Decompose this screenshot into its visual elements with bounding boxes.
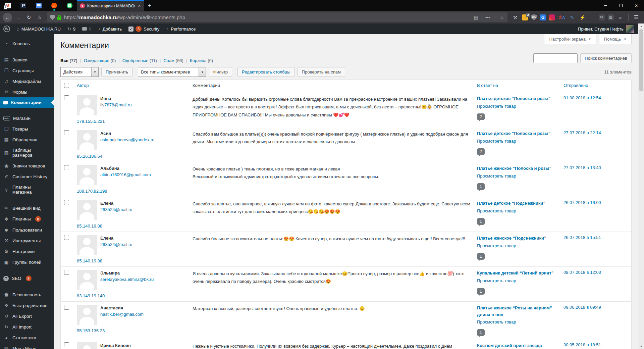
sidebar-item-all-export[interactable]: ↺All Export (0, 311, 54, 321)
column-header-submitted[interactable]: Отправлено (560, 80, 631, 92)
author-ip-link[interactable]: 85.140.19.88 (77, 258, 102, 263)
author-ip-link[interactable]: 95.153.135.23 (77, 328, 105, 333)
view-product-link[interactable]: Просмотреть товар (477, 319, 516, 325)
reload-button[interactable]: ↻ (24, 13, 34, 22)
scrollbar-thumb[interactable] (639, 29, 643, 91)
https-lock-icon[interactable] (57, 15, 61, 20)
comment-date-link[interactable]: 26.07.2018 в 15:51 (564, 235, 601, 240)
minimize-button[interactable] (598, 0, 613, 11)
row-checkbox[interactable] (64, 200, 69, 205)
author-email-link[interactable]: asia.bajchorova@yandex.ru (100, 137, 154, 142)
sidebar-item-performance[interactable]: ❖Быстродействие (0, 300, 54, 311)
admin-bar-comments[interactable]: 0 (79, 23, 95, 34)
admin-bar-new[interactable]: +Добавить (95, 23, 125, 34)
comment-date-link[interactable]: 27.07.2018 в 22:14 (564, 130, 601, 135)
tab-close-icon[interactable]: ✕ (137, 3, 142, 9)
pinned-tab-chat[interactable] (31, 0, 46, 11)
admin-bar-account[interactable]: Привет, Студия Нефть (574, 25, 638, 33)
pinned-tab-gmail[interactable]: M1 (0, 0, 15, 11)
apply-button[interactable]: Применить (101, 67, 132, 77)
page-actions-icon[interactable]: ••• (485, 15, 490, 20)
admin-bar-performance[interactable]: ◔Performance (163, 23, 199, 34)
view-product-link[interactable]: Просмотреть товар (477, 173, 516, 179)
translator-icon[interactable]: 文A (558, 14, 566, 21)
reply-count-bubble[interactable]: 1 (477, 183, 485, 190)
grammarly-icon[interactable]: G (540, 14, 546, 20)
admin-bar-security[interactable]: ✓5Security (125, 23, 163, 34)
sidebar-item-dashboard[interactable]: ◔Консоль (0, 38, 54, 49)
hamburger-menu-icon[interactable]: ☰ (631, 14, 641, 20)
screen-options-button[interactable]: Настройки экрана▼ (544, 34, 596, 44)
comment-date-link[interactable]: 08.07.2018 в 12:03 (564, 270, 601, 275)
view-product-link[interactable]: Просмотреть товар (477, 104, 516, 109)
reader-mode-icon[interactable]: ▤ (474, 15, 478, 20)
active-tab[interactable]: ♥ Комментарии ‹ MAMADOCHK ✕ (77, 0, 144, 11)
column-header-in-reply-to[interactable]: В ответ на (474, 80, 560, 92)
reply-count-bubble[interactable]: 1 (477, 218, 485, 225)
sidebar-item-posts[interactable]: ▤Записи (0, 54, 54, 65)
scrollbar[interactable]: ▲ ▼ (638, 23, 644, 349)
comment-type-select[interactable]: Все типы комментариев▼ (138, 67, 206, 77)
sidebar-item-plugins[interactable]: ❖Плагины8 (0, 213, 54, 225)
wp-logo-icon[interactable]: W (0, 23, 13, 34)
sidebar-item-seo[interactable]: YSEO5 (0, 273, 54, 284)
wrench-icon[interactable]: ⚒ (512, 14, 519, 21)
comment-date-link[interactable]: 26.07.2018 в 16:00 (564, 200, 601, 205)
comment-date-link[interactable]: 01.08.2018 в 12:54 (564, 95, 601, 100)
sidebar-item-mega-menu[interactable]: ▥Mega Menu (0, 343, 54, 349)
view-product-link[interactable]: Просмотреть товар (477, 208, 516, 213)
sidebar-item-products[interactable]: ❒Товары (0, 123, 54, 134)
site-service-icon[interactable]: ◌ (494, 15, 496, 20)
view-product-link[interactable]: Просмотреть товар (477, 278, 516, 283)
author-ip-link[interactable]: 85.140.19.88 (77, 223, 102, 229)
row-checkbox[interactable] (64, 235, 69, 240)
photos-icon[interactable]: ▨ (608, 14, 614, 20)
product-link[interactable]: Платье женское “Полоска и розы” (477, 165, 557, 172)
row-checkbox[interactable] (64, 270, 69, 275)
author-ip-link[interactable]: 178.155.5.221 (77, 119, 105, 124)
row-checkbox[interactable] (64, 165, 69, 170)
author-email-link[interactable]: serebryakova.elmira@bk.ru (100, 277, 154, 282)
comment-date-link[interactable]: 30.05.2018 в 18:51 (564, 342, 601, 347)
sidebar-item-statistics[interactable]: ◕Статистика (0, 332, 54, 343)
reply-count-bubble[interactable]: 1 (477, 329, 485, 336)
row-checkbox[interactable] (64, 305, 69, 310)
pinned-tab-trello[interactable] (15, 0, 31, 11)
filter-link-all[interactable]: Все (77) (60, 58, 77, 63)
sidebar-item-store[interactable]: wooМагазин (0, 113, 54, 123)
search-comments-button[interactable]: Поиск комментариев (580, 53, 632, 63)
author-email-link[interactable]: 293524@mail.ru (100, 207, 132, 212)
bulk-actions-select[interactable]: Действия▼ (60, 67, 99, 77)
sidebar-item-forms[interactable]: ✉Формы (0, 87, 54, 97)
pixlr-yellow-icon[interactable]: ··2 (522, 14, 528, 20)
sidebar-item-tools[interactable]: ⚒Инструменты (0, 235, 54, 246)
sidebar-item-size-tables[interactable]: ▥Таблицы размеров (0, 145, 54, 160)
product-link[interactable]: Платье женское “Подснежники” (477, 235, 557, 242)
scroll-down-icon[interactable]: ▼ (638, 344, 644, 349)
comment-date-link[interactable]: 09.06.2018 в 09:49 (564, 305, 601, 310)
pinned-tab-whatsapp[interactable]: ☎ (62, 0, 77, 11)
pinned-tab-music[interactable]: ♪ (46, 0, 62, 11)
pen-icon[interactable]: ✎ (569, 14, 576, 21)
product-link[interactable]: Платье женское “Розы на чёрном” длина в … (477, 305, 557, 318)
sidebar-item-customer-history[interactable]: ✐Customer History (0, 171, 54, 182)
author-ip-link[interactable]: 83.149.19.140 (77, 293, 105, 298)
row-checkbox[interactable] (64, 130, 69, 135)
check-spam-button[interactable]: Проверить на спам (298, 67, 345, 77)
sidebar-item-settings[interactable]: ⚙Настройки (0, 246, 54, 257)
sidebar-item-comments[interactable]: Комментарии (0, 97, 54, 108)
lightning-icon[interactable]: ⚡ (579, 14, 586, 21)
view-product-link[interactable]: Просмотреть товар (477, 243, 516, 248)
sidebar-item-product-badges[interactable]: ◉Значки товаров (0, 160, 54, 171)
sidebar-item-users[interactable]: ☻Пользователи (0, 225, 54, 235)
sidebar-item-field-groups[interactable]: ▣Группы полей (0, 257, 54, 267)
product-link[interactable]: Платье детское “Полоска и розы” (477, 130, 557, 137)
comment-date-link[interactable]: 27.07.2018 в 13:40 (564, 165, 601, 170)
sidebar-item-security[interactable]: ⬟Безопасность (0, 289, 54, 300)
edit-columns-button[interactable]: Редактировать столбцы (237, 67, 295, 77)
product-link[interactable]: Платье детское “Подснежники” (477, 200, 557, 207)
view-product-link[interactable]: Просмотреть товар (477, 139, 516, 144)
instagram-icon[interactable] (549, 14, 555, 20)
sidebar-item-requests[interactable]: ▦Обращения (0, 134, 54, 145)
select-all-checkbox[interactable] (64, 83, 69, 88)
